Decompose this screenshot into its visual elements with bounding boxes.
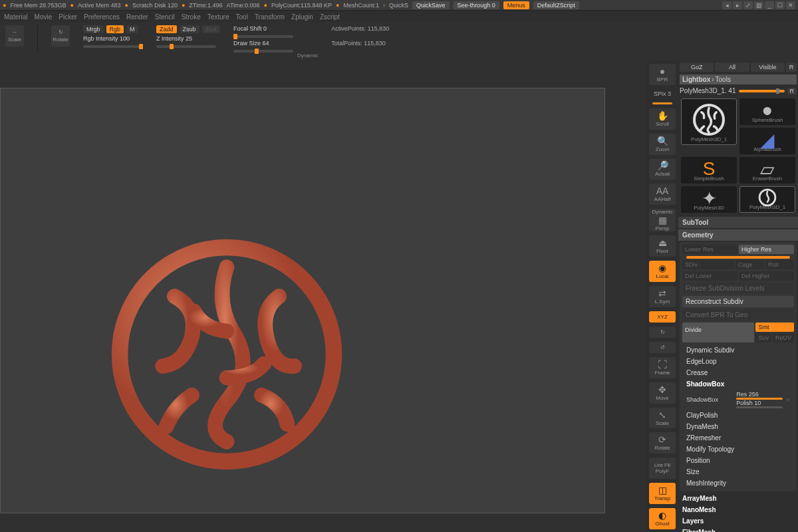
menu-texture[interactable]: Texture xyxy=(207,13,229,21)
menu-transform[interactable]: Transform xyxy=(255,13,285,21)
scale-tool[interactable]: ↔Scale xyxy=(5,25,24,47)
nav-fwd[interactable]: ▸ xyxy=(733,1,742,9)
viewport[interactable] xyxy=(0,88,605,513)
zoom-button[interactable]: 🔍Zoom xyxy=(649,134,676,155)
thumb-eraser[interactable]: ▱EraserBrush xyxy=(739,157,795,184)
polyf-button[interactable]: Line FillPolyF xyxy=(649,458,676,479)
shadowbox-btn[interactable]: ShadowBox xyxy=(686,396,732,403)
close-btn[interactable]: ✕ xyxy=(786,1,795,9)
frame-button[interactable]: ⛶Frame xyxy=(649,357,676,378)
zsub-button[interactable]: Zsub xyxy=(180,25,200,33)
rgb-button[interactable]: Rgb xyxy=(106,25,124,33)
floor-button[interactable]: ⏏Floor xyxy=(649,235,676,257)
spix-label[interactable]: SPix 3 xyxy=(652,89,672,98)
goz-tab[interactable]: GoZ xyxy=(680,63,714,72)
default-zscript[interactable]: DefaultZScript xyxy=(533,1,579,9)
all-tab[interactable]: All xyxy=(715,63,749,72)
sdiv-slider[interactable] xyxy=(686,256,790,259)
dynamesh[interactable]: DynaMesh xyxy=(682,421,794,432)
r-tab[interactable]: R xyxy=(786,63,797,72)
thumb-sphere[interactable]: ●SphereBrush xyxy=(739,98,795,125)
expand-btn[interactable]: ⤢ xyxy=(743,1,753,9)
menu-movie[interactable]: Movie xyxy=(35,13,53,21)
menu-preferences[interactable]: Preferences xyxy=(84,13,120,21)
divide-btn[interactable]: Divide xyxy=(682,323,754,342)
del-higher-btn[interactable]: Del Higher xyxy=(739,271,794,281)
rotate-tool[interactable]: ↻Rotate xyxy=(51,25,70,47)
fibermesh[interactable]: FiberMesh xyxy=(678,527,798,532)
dynamic-subdiv[interactable]: Dynamic Subdiv xyxy=(682,344,794,356)
zremesher[interactable]: ZRemesher xyxy=(682,432,794,444)
menu-zplugin[interactable]: Zplugin xyxy=(291,13,313,21)
menu-stroke[interactable]: Stroke xyxy=(182,13,201,21)
thumb-polymesh3d-1[interactable]: PolyMesh3D_1 xyxy=(739,186,795,213)
persp-button[interactable]: Dynamic▦Persp xyxy=(649,209,676,231)
thumb-polymesh3d[interactable]: ✦PolyMesh3D xyxy=(681,186,737,213)
mrgb-button[interactable]: Mrgb xyxy=(83,25,104,33)
xyz-button[interactable]: XYZ xyxy=(649,311,676,323)
freeze-subdiv-btn[interactable]: Freeze SubDivision Levels xyxy=(682,283,794,294)
layers[interactable]: Layers xyxy=(678,515,798,527)
min-btn[interactable]: _ xyxy=(765,1,774,9)
shadowbox-header[interactable]: ShadowBox xyxy=(682,378,794,390)
z-intensity-slider[interactable] xyxy=(156,45,216,48)
nav-back[interactable]: ◂ xyxy=(722,1,732,9)
menu-stencil[interactable]: Stencil xyxy=(155,13,175,21)
focal-shift-slider[interactable] xyxy=(233,35,293,38)
nanomesh[interactable]: NanoMesh xyxy=(678,504,798,515)
z-button[interactable]: ↺ xyxy=(649,342,676,353)
claypolish[interactable]: ClayPolish xyxy=(682,410,794,421)
size[interactable]: Size xyxy=(682,466,794,477)
max-btn[interactable]: ☐ xyxy=(775,1,785,9)
arraymesh[interactable]: ArrayMesh xyxy=(678,493,798,504)
actual-button[interactable]: 🔎Actual xyxy=(649,159,676,180)
aahalf-button[interactable]: AAAAHalf xyxy=(649,184,676,205)
thumb-alpha[interactable]: ◢AlphaBrush xyxy=(739,128,795,154)
visible-tab[interactable]: Visible xyxy=(751,63,785,72)
menu-render[interactable]: Render xyxy=(126,13,148,21)
geometry-header[interactable]: Geometry xyxy=(678,229,798,241)
thumb-simple[interactable]: SSimpleBrush xyxy=(681,157,737,184)
rgb-intensity-slider[interactable] xyxy=(83,45,143,48)
menu-material[interactable]: Material xyxy=(4,13,28,21)
breadcrumb[interactable]: Lightbox›Tools xyxy=(680,74,797,84)
transp-button[interactable]: ◫Transp xyxy=(649,483,676,504)
local-button[interactable]: ◉Local xyxy=(649,261,676,282)
pane-btn[interactable]: ▥ xyxy=(754,1,763,9)
mesh-integrity[interactable]: MeshIntegrity xyxy=(682,477,794,489)
reuv-btn[interactable]: ReUV xyxy=(773,333,794,342)
rstr-btn[interactable]: Rstr xyxy=(765,260,794,269)
reconstruct-subdiv-btn[interactable]: Reconstruct Subdiv xyxy=(682,296,794,307)
smt-btn[interactable]: Smt xyxy=(755,323,794,332)
lower-res-btn[interactable]: Lower Res xyxy=(682,245,737,254)
draw-size-slider[interactable] xyxy=(233,50,293,53)
suv-btn[interactable]: Suv xyxy=(755,333,771,342)
sdiv-label[interactable]: SDiv xyxy=(682,260,734,269)
zadd-button[interactable]: Zadd xyxy=(156,25,177,33)
menu-picker[interactable]: Picker xyxy=(59,13,77,21)
menu-tool[interactable]: Tool xyxy=(236,13,248,21)
del-lower-btn[interactable]: Del Lower xyxy=(682,271,737,281)
menus-button[interactable]: Menus xyxy=(503,1,529,9)
lsym-button[interactable]: ⇄L.Sym xyxy=(649,286,676,307)
edgeloop[interactable]: EdgeLoop xyxy=(682,356,794,367)
quicksave-button[interactable]: QuickSave xyxy=(412,1,450,9)
modify-topology[interactable]: Modify Topology xyxy=(682,444,794,455)
y-button[interactable]: ↻ xyxy=(649,327,676,338)
subtool-header[interactable]: SubTool xyxy=(678,217,798,228)
dynamic-label[interactable]: Dynamic xyxy=(297,53,318,59)
tool-slider[interactable] xyxy=(739,90,785,92)
cage-btn[interactable]: Cage xyxy=(735,260,764,269)
zcut-button[interactable]: Zcut xyxy=(202,25,221,33)
m-button[interactable]: M xyxy=(126,25,138,33)
seethrough-button[interactable]: See-through 0 xyxy=(454,1,499,9)
rotate-button[interactable]: ⟳Rotate xyxy=(649,432,676,454)
ghost-button[interactable]: ◐Ghost xyxy=(649,508,676,529)
bpr-button[interactable]: ●BPR xyxy=(649,64,676,85)
polish-slider[interactable] xyxy=(736,406,782,408)
circle-icon[interactable]: ○ xyxy=(787,396,790,403)
convert-bpr-btn[interactable]: Convert BPR To Geo xyxy=(682,309,794,321)
crease[interactable]: Crease xyxy=(682,367,794,378)
move-button[interactable]: ✥Move xyxy=(649,382,676,404)
scroll-button[interactable]: ✋Scroll xyxy=(649,108,676,130)
